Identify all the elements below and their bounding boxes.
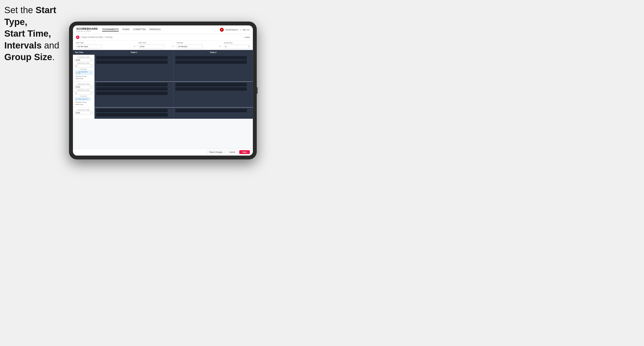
cancel-button[interactable]: Cancel — [227, 150, 238, 154]
player-input[interactable] — [176, 60, 247, 64]
save-button[interactable]: Save — [239, 150, 250, 154]
player-x-icon[interactable]: × — [248, 61, 249, 63]
player-x-icon[interactable]: × — [168, 114, 170, 116]
nav-tab-tournaments[interactable]: TOURNAMENTS — [102, 28, 119, 31]
starting-hole-input-1[interactable]: 1 ▾ — [75, 64, 92, 68]
player-dots-icon: ⋯ — [170, 84, 172, 86]
tablet-screen: SCOREBOARD Powered by clipp'd TOURNAMENT… — [73, 25, 253, 156]
clock-icon-3: ⏱ — [90, 112, 92, 114]
hole-chevron-2: ▾ — [90, 92, 92, 94]
content-area[interactable]: STARTING TIME: 10:00 ⏱ STARTING HOLE: 1 … — [73, 55, 253, 149]
player-dots-icon: ⋯ — [170, 110, 172, 112]
course-tag-2: 🏌 East Lake GC × — [75, 97, 90, 101]
starting-time-input-3[interactable]: 10:20 ⏱ — [75, 111, 92, 114]
player-x-icon[interactable]: × — [168, 84, 170, 86]
team1-cell-2: × ⋯ × ⋯ × ⋯ — [94, 82, 174, 107]
tablet-frame: SCOREBOARD Powered by clipp'd TOURNAMENT… — [69, 21, 257, 160]
breadcrumb-bar: C Clippd Invitational (Me) › Hosting < B… — [73, 34, 253, 40]
player-x-icon[interactable]: × — [248, 84, 249, 86]
nav-logo-subtext: Powered by clipp'd — [76, 30, 98, 32]
remove-icon-1: ○ — [75, 75, 76, 77]
player-dots-icon: ⋯ — [170, 114, 172, 116]
breadcrumb-text: Clippd Invitational (Me) › Hosting — [81, 36, 244, 38]
player-dots-icon: ⋯ — [170, 92, 172, 94]
player-input[interactable] — [96, 83, 168, 86]
player-row: × ⋯ — [96, 60, 172, 64]
player-input[interactable] — [176, 109, 247, 112]
starting-time-input-1[interactable]: 10:00 ⏱ — [75, 58, 92, 62]
group-size-select-wrap: 3 — [224, 44, 250, 48]
starting-time-label-2: STARTING TIME: — [75, 83, 92, 85]
starting-hole-label-2: STARTING HOLE: — [75, 89, 92, 91]
course-icon-1: ⛳ — [76, 72, 78, 73]
player-row: × ⋯ — [176, 87, 251, 91]
back-button[interactable]: < Back — [244, 36, 250, 38]
player-input[interactable] — [96, 60, 168, 64]
table-row: STARTING TIME: 10:20 ⏱ × ⋯ × — [73, 108, 253, 119]
intervals-select-wrap: 10 Minutes — [177, 44, 222, 48]
player-dots-icon: ⋯ — [170, 57, 172, 59]
starting-time-input-2[interactable]: 10:10 ⏱ — [75, 85, 92, 89]
player-row: × ⋯ — [96, 83, 172, 86]
breadcrumb-logo: C — [76, 35, 80, 39]
nav-tab-teams[interactable]: TEAMS — [122, 28, 130, 31]
add-group-link-2[interactable]: + Add Group — [75, 104, 92, 105]
course-name-1: (A) Peachtree GC — [78, 71, 90, 74]
remove-icon-2: ○ — [75, 101, 76, 103]
add-group-link-1[interactable]: + Add Group — [75, 78, 92, 79]
player-input[interactable] — [96, 87, 168, 91]
player-input[interactable] — [96, 109, 168, 112]
left-col-3: STARTING TIME: 10:20 ⏱ — [73, 108, 94, 119]
start-time-group: Start Time 10:00 — [138, 42, 174, 48]
player-x-icon[interactable]: × — [168, 110, 170, 112]
start-time-select[interactable]: 10:00 — [138, 45, 164, 48]
player-x-icon[interactable]: × — [248, 110, 249, 112]
player-input[interactable] — [96, 113, 168, 117]
breadcrumb-page: Hosting — [105, 36, 112, 38]
intervals-group: Intervals 10 Minutes — [177, 42, 222, 48]
player-x-icon[interactable]: × — [168, 88, 170, 90]
player-input[interactable] — [176, 87, 247, 91]
instruction-bold1: Start Type, — [4, 5, 56, 27]
player-input[interactable] — [176, 83, 247, 86]
player-dots-icon: ⋯ — [249, 57, 251, 59]
nav-tab-committee[interactable]: COMMITTEE — [133, 28, 146, 31]
player-x-icon[interactable]: × — [168, 92, 170, 94]
player-input[interactable] — [96, 56, 168, 59]
starting-hole-input-2[interactable]: 1 ▾ — [75, 91, 92, 95]
instruction-bold3: Intervals — [4, 40, 42, 50]
remove-group-link-2[interactable]: ○ Remove Group — [75, 101, 92, 103]
player-row: × ⋯ — [176, 109, 251, 112]
instruction-bold4: Group Size — [4, 52, 52, 62]
player-x-icon[interactable]: × — [248, 88, 249, 90]
nav-bar: SCOREBOARD Powered by clipp'd TOURNAMENT… — [73, 25, 253, 34]
player-row: × ⋯ — [96, 92, 172, 95]
reset-changes-button[interactable]: Reset Changes — [207, 150, 225, 154]
team2-cell-1: × ⋯ × ⋯ — [174, 55, 253, 81]
group-size-label: Group Size — [224, 42, 250, 44]
group-size-select[interactable]: 3 — [224, 45, 250, 48]
course-remove-2[interactable]: × — [88, 98, 90, 100]
start-type-select[interactable]: 1st Tee Start — [76, 45, 102, 48]
nav-tab-rankings[interactable]: RANKINGS — [149, 28, 160, 31]
player-x-icon[interactable]: × — [168, 61, 170, 63]
breadcrumb-tournament[interactable]: Clippd Invitational (Me) — [81, 36, 103, 38]
player-x-icon[interactable]: × — [168, 57, 170, 59]
start-type-select-wrap: 1st Tee Start — [76, 44, 136, 48]
table-row: STARTING TIME: 10:10 ⏱ STARTING HOLE: 1 … — [73, 82, 253, 108]
course-remove-1[interactable]: × — [90, 72, 92, 74]
player-input[interactable] — [176, 56, 247, 59]
starting-time-label-1: STARTING TIME: — [75, 56, 92, 58]
th-team2: Team 2 — [174, 50, 253, 55]
player-dots-icon: ⋯ — [249, 61, 251, 63]
th-tee-time: Tee Time — [73, 50, 94, 55]
intervals-select[interactable]: 10 Minutes — [177, 45, 202, 48]
player-x-icon[interactable]: × — [248, 57, 249, 59]
nav-sign-out[interactable]: Sign out — [242, 29, 250, 31]
player-input[interactable] — [96, 92, 168, 95]
remove-group-link-1[interactable]: ○ Remove Group — [75, 75, 92, 77]
tablet-side-button — [257, 87, 258, 94]
player-dots-icon: ⋯ — [170, 88, 172, 90]
intervals-label: Intervals — [177, 42, 222, 44]
team1-cell-3: × ⋯ × ⋯ — [94, 108, 174, 119]
